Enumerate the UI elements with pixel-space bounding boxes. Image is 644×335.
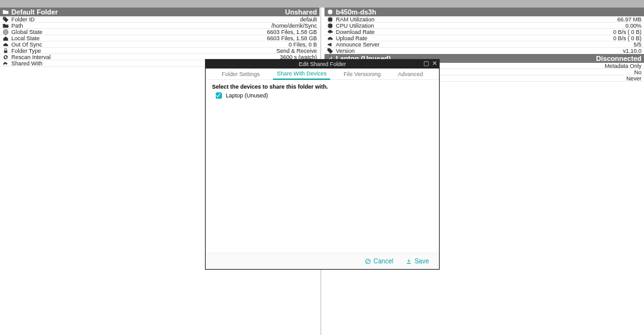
svg-rect-5 [328,13,328,13]
bullhorn-icon [327,41,333,48]
device-checkbox[interactable] [216,92,222,99]
device-panel-status: Disconnected [596,55,641,62]
svg-rect-26 [330,23,330,23]
edit-shared-folder-dialog: Edit Shared Folder ▢ ✕ Folder SettingsSh… [205,59,440,270]
host-row: Download Rate0 B/s ( 0 B) [325,29,644,35]
save-label: Save [414,258,429,265]
svg-line-34 [367,260,370,263]
svg-rect-8 [330,9,330,10]
device-value: Metadata Only [604,63,641,69]
device-value: Never [626,75,641,82]
dialog-close-button[interactable]: ✕ [431,60,438,67]
folder-row: Global State6603 Files, 1.58 GB [0,29,319,35]
svg-rect-16 [332,19,333,20]
folder-value: /home/derrik/Sync [271,23,317,29]
folder-value: 0 Files, 0 B [289,41,317,48]
folder-panel-title: Default Folder [11,8,58,16]
svg-rect-15 [332,18,333,19]
cloud-up-icon [327,35,333,41]
svg-rect-2 [4,50,8,53]
tab-share-with-devices[interactable]: Share With Devices [273,69,330,80]
left-column: Default Folder Unshared Folder IDdefault… [0,8,319,67]
folder-row: Folder IDdefault [0,16,319,23]
chip-icon [327,16,333,23]
svg-rect-22 [328,25,328,25]
dialog-body: Select the devices to share this folder … [206,80,439,102]
cloud-down-icon [327,29,333,35]
host-row: RAM Utilization66.97 MB [325,16,644,23]
cancel-icon [365,258,371,265]
host-panel-header[interactable]: b450m-ds3h [325,8,644,16]
svg-rect-21 [328,23,332,27]
folder-label: Shared With [11,60,43,67]
folder-value: default [300,16,317,23]
cancel-label: Cancel [374,258,393,265]
chip-icon [327,9,333,15]
svg-rect-18 [331,16,331,17]
host-value: 0 B/s ( 0 B) [613,35,641,41]
host-row: Upload Rate0 B/s ( 0 B) [325,35,644,41]
host-label: CPU Utilization [336,23,374,29]
host-row: Announce Server5/5 [325,41,644,48]
folder-icon [3,9,9,15]
share-prompt: Select the devices to share this folder … [212,84,433,90]
dialog-maximize-button[interactable]: ▢ [423,60,429,67]
tab-folder-settings[interactable]: Folder Settings [218,69,264,79]
folder-label: Global State [11,29,43,35]
svg-rect-12 [328,17,332,21]
host-value: 0 B/s ( 0 B) [613,29,641,35]
folder-icon [3,23,9,29]
host-value: 66.97 MB [617,16,641,23]
svg-rect-7 [332,13,333,13]
cancel-button[interactable]: Cancel [365,258,393,265]
device-name-label[interactable]: Laptop (Unused) [226,92,268,99]
folder-label: Folder ID [11,16,35,23]
chip-icon [327,23,333,29]
folder-label: Path [11,23,23,29]
device-list: Laptop (Unused) [212,92,433,99]
share-icon [3,60,9,67]
share-device-row: Laptop (Unused) [216,92,433,99]
svg-point-0 [4,17,4,18]
svg-rect-11 [331,14,331,14]
device-value: No [634,69,641,75]
host-value: 0.00% [625,23,641,29]
svg-rect-4 [328,11,328,12]
dialog-titlebar: Edit Shared Folder ▢ ✕ [206,60,439,69]
save-button[interactable]: Save [406,258,429,265]
host-panel-title: b450m-ds3h [336,8,376,16]
folder-value: 6603 Files, 1.58 GB [267,35,317,41]
host-label: Announce Server [336,41,380,48]
version-tag-icon [327,48,333,54]
svg-rect-9 [331,9,331,10]
globe-icon [3,29,9,35]
refresh-icon [3,54,9,60]
host-row: Versionv1.10.0 [325,48,644,54]
folder-label: Out Of Sync [11,41,42,48]
host-label: RAM Utilization [336,16,375,23]
folder-label: Local State [11,35,40,41]
tab-file-versioning[interactable]: File Versioning [340,69,384,79]
svg-rect-14 [328,19,328,20]
home-icon [3,35,9,41]
folder-panel-header[interactable]: Default Folder Unshared [0,8,319,16]
host-label: Upload Rate [336,35,367,41]
svg-rect-24 [332,25,333,25]
top-gray-bar [0,0,644,8]
svg-rect-10 [330,14,330,14]
cloud-icon [3,41,9,48]
tag-icon [3,16,9,23]
tab-advanced[interactable]: Advanced [394,69,426,79]
folder-value: 6603 Files, 1.58 GB [267,29,317,35]
folder-label: Folder Type [11,48,41,54]
folder-row: Out Of Sync0 Files, 0 B [0,41,319,48]
host-value: 5/5 [633,41,641,48]
folder-label: Rescan Interval [11,54,51,60]
download-icon [406,258,412,265]
folder-row: Folder TypeSend & Receive [0,48,319,54]
svg-rect-3 [328,10,332,14]
dialog-footer: Cancel Save [206,253,439,269]
svg-rect-25 [332,26,333,26]
dialog-tabs: Folder SettingsShare With DevicesFile Ve… [206,69,439,80]
svg-rect-17 [330,16,330,17]
